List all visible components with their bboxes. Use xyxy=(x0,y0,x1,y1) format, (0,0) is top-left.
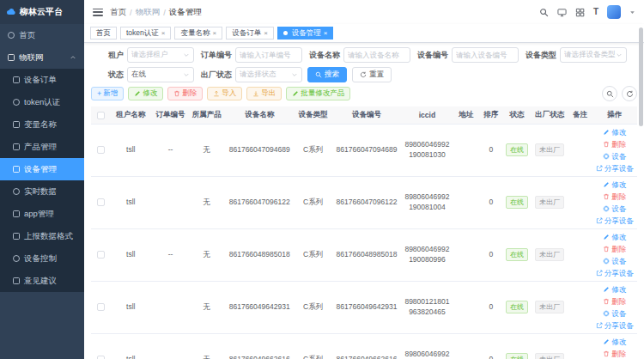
cell-sort: 0 xyxy=(480,124,502,176)
table-row: tsll 无 861766049642931 C系列 8617660496429… xyxy=(91,281,637,333)
device-type-select[interactable]: 请选择设备类型 xyxy=(560,47,627,63)
avatar[interactable] xyxy=(607,5,621,19)
reset-button[interactable]: 重置 xyxy=(352,67,392,82)
tab-label: 设备管理 xyxy=(292,28,321,39)
row-edit-link[interactable]: 修改 xyxy=(594,179,635,191)
column-header: 状态 xyxy=(502,106,532,124)
cell-device-type: C系列 xyxy=(295,124,331,176)
row-checkbox[interactable] xyxy=(97,356,105,359)
sidebar-item-product-mgmt[interactable]: 产品管理 xyxy=(0,136,84,158)
row-delete-link[interactable]: 删除 xyxy=(594,295,635,307)
sidebar-item-device-mgmt[interactable]: 设备管理 xyxy=(0,158,84,180)
sidebar-item-token-auth[interactable]: token认证 xyxy=(0,91,84,113)
app-logo[interactable]: 柳林云平台 xyxy=(0,0,84,24)
table-row: tsll -- 无 861766048985018 C系列 8617660489… xyxy=(91,228,637,281)
batch-edit-product-button[interactable]: 批量修改产品 xyxy=(286,87,350,100)
delete-button[interactable]: 删除 xyxy=(167,87,203,100)
row-checkbox[interactable] xyxy=(97,198,105,206)
edit-icon xyxy=(603,286,610,293)
device-name-input[interactable] xyxy=(348,51,406,59)
select-all-checkbox[interactable] xyxy=(97,112,105,119)
edit-button[interactable]: 修改 xyxy=(128,87,163,100)
sidebar-item-realtime-data[interactable]: 实时数据 xyxy=(0,180,84,203)
refresh-icon xyxy=(626,90,634,98)
cell-order xyxy=(151,281,189,333)
sidebar-item-device-control[interactable]: 设备控制 xyxy=(0,247,84,270)
breadcrumb-home[interactable]: 首页 xyxy=(110,7,126,18)
fullscreen-icon[interactable] xyxy=(557,8,567,17)
column-header: iccid xyxy=(402,106,452,124)
cell-device-no: 861766049642931 xyxy=(331,281,403,333)
status-select[interactable]: 在线 xyxy=(127,67,194,82)
caret-down-icon[interactable] xyxy=(629,9,635,15)
row-share-link[interactable]: 分享设备 xyxy=(594,162,635,174)
cell-device-name: 861766048985018 xyxy=(224,228,295,281)
refresh-button[interactable] xyxy=(622,86,637,101)
filter-order-no: 订单编号 xyxy=(199,47,302,63)
hamburger-icon[interactable] xyxy=(93,9,103,16)
row-delete-link[interactable]: 删除 xyxy=(594,243,635,255)
row-device-link[interactable]: 设备 xyxy=(594,150,635,162)
share-icon xyxy=(596,217,603,224)
font-size-icon[interactable]: T xyxy=(593,8,598,16)
sidebar-item-feedback[interactable]: 意见建议 xyxy=(0,270,84,292)
tab-device-mgmt[interactable]: 设备管理 × xyxy=(277,27,334,40)
cell-device-name: 861766049662616 xyxy=(224,333,295,359)
tab-close-icon[interactable]: × xyxy=(324,30,328,37)
row-share-link[interactable]: 分享设备 xyxy=(594,267,635,279)
tab-variable-name[interactable]: 变量名称 × xyxy=(174,27,222,40)
row-checkbox[interactable] xyxy=(97,303,105,311)
select-placeholder: 请选择状态 xyxy=(240,70,291,80)
tab-close-icon[interactable]: × xyxy=(264,30,268,37)
row-delete-link[interactable]: 删除 xyxy=(594,138,635,150)
add-button[interactable]: + 新增 xyxy=(91,87,124,100)
filter-factory-status: 出厂状态 请选择状态 xyxy=(199,67,302,82)
cell-sort: 0 xyxy=(480,228,502,281)
row-device-link[interactable]: 设备 xyxy=(594,203,635,215)
row-share-link[interactable]: 分享设备 xyxy=(594,215,635,227)
tenant-select[interactable]: 请选择租户 xyxy=(127,47,194,63)
cell-device-type: C系列 xyxy=(295,281,331,333)
row-edit-link[interactable]: 修改 xyxy=(594,283,635,295)
sidebar-item-app-mgmt[interactable]: app管理 xyxy=(0,203,84,225)
device-no-input[interactable] xyxy=(456,51,514,59)
tab-close-icon[interactable]: × xyxy=(161,30,166,37)
scrollbar-thumb[interactable] xyxy=(639,27,643,126)
row-edit-link[interactable]: 修改 xyxy=(594,336,635,348)
row-checkbox[interactable] xyxy=(97,146,105,154)
scrollbar[interactable] xyxy=(639,27,643,354)
row-checkbox[interactable] xyxy=(97,251,105,259)
sidebar-item-variable-name[interactable]: 变量名称 xyxy=(0,113,84,136)
cell-factory-status: 未出厂 xyxy=(532,333,568,359)
row-edit-link[interactable]: 修改 xyxy=(594,126,635,138)
sidebar-item-home[interactable]: 首页 xyxy=(0,24,84,46)
factory-status-select[interactable]: 请选择状态 xyxy=(235,67,302,82)
search-button[interactable]: 搜索 xyxy=(307,67,347,82)
row-delete-link[interactable]: 删除 xyxy=(594,348,635,359)
order-no-input[interactable] xyxy=(240,51,298,59)
row-edit-link[interactable]: 修改 xyxy=(594,231,635,243)
row-device-link[interactable]: 设备 xyxy=(594,307,635,319)
sidebar-item-device-order[interactable]: 设备订单 xyxy=(0,69,84,91)
tab-device-order[interactable]: 设备订单 × xyxy=(226,27,274,40)
layout-grid-icon[interactable] xyxy=(575,8,585,17)
row-delete-link[interactable]: 删除 xyxy=(594,191,635,203)
sidebar-section-iot[interactable]: 物联网 xyxy=(0,46,84,69)
export-button[interactable]: 导出 xyxy=(246,87,282,100)
device-control-icon xyxy=(13,255,20,262)
cell-factory-status: 未出厂 xyxy=(532,124,568,176)
tab-token-auth[interactable]: token认证 × xyxy=(120,27,171,40)
tab-home[interactable]: 首页 xyxy=(90,27,117,40)
cell-device-type: C系列 xyxy=(295,228,331,281)
tab-close-icon[interactable]: × xyxy=(212,30,216,37)
factory-status-badge: 未出厂 xyxy=(535,143,564,156)
filter-label: 状态 xyxy=(91,70,127,81)
row-share-link[interactable]: 分享设备 xyxy=(594,319,635,332)
search-icon[interactable] xyxy=(539,8,549,17)
row-device-link[interactable]: 设备 xyxy=(594,255,635,267)
sidebar-item-report-format[interactable]: 上报数据格式 xyxy=(0,225,84,247)
edit-icon xyxy=(292,90,299,97)
import-button[interactable]: 导入 xyxy=(207,87,242,100)
filter-label: 设备名称 xyxy=(307,50,343,61)
search-toggle-button[interactable] xyxy=(602,86,617,101)
